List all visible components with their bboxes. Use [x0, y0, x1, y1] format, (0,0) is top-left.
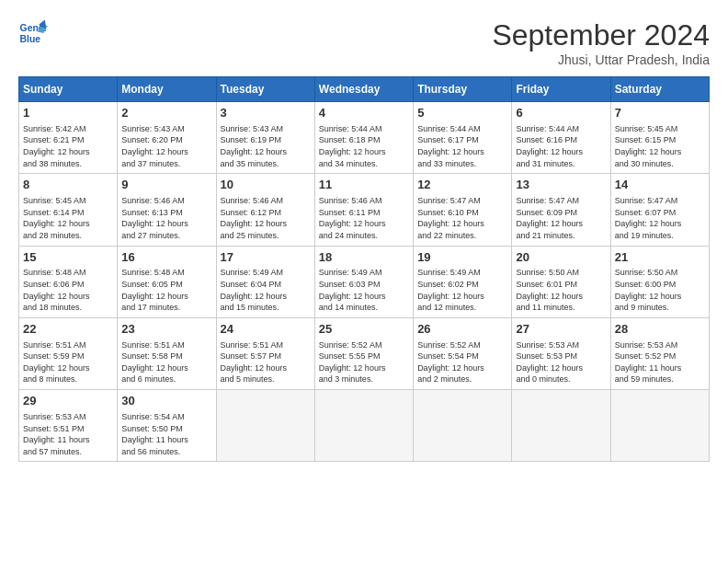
- table-row: 11Sunrise: 5:46 AMSunset: 6:11 PMDayligh…: [314, 174, 413, 246]
- table-row: 23Sunrise: 5:51 AMSunset: 5:58 PMDayligh…: [118, 317, 216, 389]
- title-area: September 2024 Jhusi, Uttar Pradesh, Ind…: [492, 18, 710, 67]
- table-row: 20Sunrise: 5:50 AMSunset: 6:01 PMDayligh…: [512, 246, 610, 317]
- calendar-week-4: 22Sunrise: 5:51 AMSunset: 5:59 PMDayligh…: [19, 317, 710, 389]
- table-row: 19Sunrise: 5:49 AMSunset: 6:02 PMDayligh…: [414, 246, 512, 317]
- logo-icon: General Blue: [18, 18, 48, 48]
- table-row: 5Sunrise: 5:44 AMSunset: 6:17 PMDaylight…: [414, 102, 512, 174]
- calendar-week-3: 15Sunrise: 5:48 AMSunset: 6:06 PMDayligh…: [19, 246, 710, 317]
- table-row: 25Sunrise: 5:52 AMSunset: 5:55 PMDayligh…: [314, 317, 413, 389]
- table-row: 1Sunrise: 5:42 AMSunset: 6:21 PMDaylight…: [19, 102, 118, 174]
- logo: General Blue: [18, 18, 48, 48]
- table-row: [414, 390, 512, 462]
- table-row: 15Sunrise: 5:48 AMSunset: 6:06 PMDayligh…: [19, 246, 118, 317]
- table-row: 3Sunrise: 5:43 AMSunset: 6:19 PMDaylight…: [216, 102, 314, 174]
- calendar-week-5: 29Sunrise: 5:53 AMSunset: 5:51 PMDayligh…: [19, 390, 710, 462]
- svg-text:Blue: Blue: [20, 34, 41, 44]
- table-row: 2Sunrise: 5:43 AMSunset: 6:20 PMDaylight…: [118, 102, 216, 174]
- calendar-week-2: 8Sunrise: 5:45 AMSunset: 6:14 PMDaylight…: [19, 174, 710, 246]
- table-row: 17Sunrise: 5:49 AMSunset: 6:04 PMDayligh…: [216, 246, 314, 317]
- table-row: 22Sunrise: 5:51 AMSunset: 5:59 PMDayligh…: [19, 317, 118, 389]
- header: General Blue September 2024 Jhusi, Uttar…: [18, 18, 710, 67]
- table-row: 26Sunrise: 5:52 AMSunset: 5:54 PMDayligh…: [414, 317, 512, 389]
- month-title: September 2024: [492, 18, 710, 52]
- location-subtitle: Jhusi, Uttar Pradesh, India: [492, 52, 710, 67]
- table-row: [314, 390, 413, 462]
- table-row: 18Sunrise: 5:49 AMSunset: 6:03 PMDayligh…: [314, 246, 413, 317]
- col-header-thursday: Thursday: [414, 77, 512, 102]
- table-row: [610, 390, 709, 462]
- table-row: 13Sunrise: 5:47 AMSunset: 6:09 PMDayligh…: [512, 174, 610, 246]
- table-row: 12Sunrise: 5:47 AMSunset: 6:10 PMDayligh…: [414, 174, 512, 246]
- table-row: 24Sunrise: 5:51 AMSunset: 5:57 PMDayligh…: [216, 317, 314, 389]
- col-header-monday: Monday: [118, 77, 216, 102]
- table-row: 16Sunrise: 5:48 AMSunset: 6:05 PMDayligh…: [118, 246, 216, 317]
- table-row: [512, 390, 610, 462]
- table-row: 21Sunrise: 5:50 AMSunset: 6:00 PMDayligh…: [610, 246, 709, 317]
- calendar-week-1: 1Sunrise: 5:42 AMSunset: 6:21 PMDaylight…: [19, 102, 710, 174]
- table-row: 29Sunrise: 5:53 AMSunset: 5:51 PMDayligh…: [19, 390, 118, 462]
- col-header-wednesday: Wednesday: [314, 77, 413, 102]
- table-row: 6Sunrise: 5:44 AMSunset: 6:16 PMDaylight…: [512, 102, 610, 174]
- table-row: 8Sunrise: 5:45 AMSunset: 6:14 PMDaylight…: [19, 174, 118, 246]
- table-row: 14Sunrise: 5:47 AMSunset: 6:07 PMDayligh…: [610, 174, 709, 246]
- table-row: 30Sunrise: 5:54 AMSunset: 5:50 PMDayligh…: [118, 390, 216, 462]
- col-header-friday: Friday: [512, 77, 610, 102]
- table-row: 4Sunrise: 5:44 AMSunset: 6:18 PMDaylight…: [314, 102, 413, 174]
- table-row: 9Sunrise: 5:46 AMSunset: 6:13 PMDaylight…: [118, 174, 216, 246]
- table-row: 7Sunrise: 5:45 AMSunset: 6:15 PMDaylight…: [610, 102, 709, 174]
- table-row: [216, 390, 314, 462]
- header-row: SundayMondayTuesdayWednesdayThursdayFrid…: [19, 77, 710, 102]
- col-header-tuesday: Tuesday: [216, 77, 314, 102]
- calendar-table: SundayMondayTuesdayWednesdayThursdayFrid…: [18, 76, 710, 462]
- col-header-sunday: Sunday: [19, 77, 118, 102]
- table-row: 10Sunrise: 5:46 AMSunset: 6:12 PMDayligh…: [216, 174, 314, 246]
- table-row: 28Sunrise: 5:53 AMSunset: 5:52 PMDayligh…: [610, 317, 709, 389]
- col-header-saturday: Saturday: [610, 77, 709, 102]
- table-row: 27Sunrise: 5:53 AMSunset: 5:53 PMDayligh…: [512, 317, 610, 389]
